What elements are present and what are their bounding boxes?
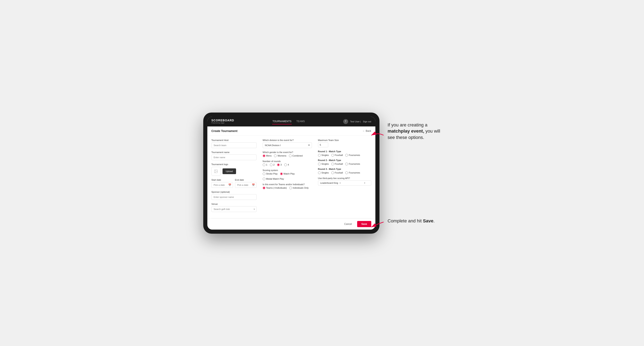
sponsor-label: Sponsor (optional) bbox=[212, 191, 256, 193]
form-body: Tournament Host Tournament name Tourname… bbox=[207, 136, 376, 218]
round-4[interactable]: 4 bbox=[284, 164, 289, 166]
round3-foursomes[interactable]: Foursomes bbox=[345, 172, 360, 174]
round2-foursomes[interactable]: Foursomes bbox=[345, 163, 360, 165]
api-label: Use third-party live scoring API? bbox=[318, 177, 371, 179]
max-team-size-group: Maximum Team Size bbox=[318, 139, 371, 147]
team-individual-radio-group: Teams (+Individuals) Individuals Only bbox=[263, 187, 312, 189]
tab-teams[interactable]: TEAMS bbox=[296, 119, 305, 124]
round2-label: Round 2 - Match Type bbox=[318, 159, 371, 162]
logo-upload-area: Upload bbox=[212, 167, 256, 176]
logo-placeholder bbox=[212, 167, 220, 176]
nav-bar: SCOREBOARD Powered by clippt TOURNAMENTS… bbox=[207, 117, 376, 127]
bottom-annotation: Complete and hit Save. bbox=[388, 218, 441, 224]
calendar-icon-end: 📅 bbox=[252, 183, 255, 186]
top-annotation-text: If you are creating a matchplay event, y… bbox=[388, 122, 441, 141]
tournament-host-input[interactable] bbox=[212, 142, 256, 148]
max-team-size-input[interactable] bbox=[318, 142, 328, 147]
scoring-stroke-play[interactable]: Stroke Play bbox=[263, 173, 278, 175]
gender-combined[interactable]: Combined bbox=[289, 155, 303, 157]
form-middle-column: Which division is the event for? NCAA Di… bbox=[263, 139, 312, 215]
calendar-icon: 📅 bbox=[228, 183, 231, 186]
team-individual-group: Is this event for Teams and/or Individua… bbox=[263, 183, 312, 189]
arrow-to-save bbox=[369, 220, 386, 230]
round2-singles[interactable]: Singles bbox=[318, 163, 329, 165]
round2-fourball[interactable]: Fourball bbox=[331, 163, 343, 165]
individuals-only[interactable]: Individuals Only bbox=[289, 187, 309, 189]
end-date-wrap: 📅 bbox=[235, 182, 256, 188]
top-annotation: If you are creating a matchplay event, y… bbox=[388, 122, 441, 141]
round3-options: Singles Fourball Foursomes bbox=[318, 172, 371, 174]
round1-match-type: Round 1 - Match Type Singles Fourball Fo… bbox=[318, 150, 371, 157]
round2-options: Singles Fourball Foursomes bbox=[318, 163, 371, 165]
scoring-group: Scoring system Stroke Play Match Play Me… bbox=[263, 169, 312, 180]
venue-input[interactable] bbox=[212, 206, 256, 212]
division-label: Which division is the event for? bbox=[263, 139, 312, 141]
logo-main: SCOREBOARD bbox=[212, 119, 234, 122]
tournament-name-label: Tournament name bbox=[212, 151, 256, 154]
round-3[interactable]: 3 bbox=[277, 164, 282, 166]
round3-fourball[interactable]: Fourball bbox=[331, 172, 343, 174]
round-2[interactable]: 2 bbox=[270, 164, 274, 166]
page-title: Create Tournament bbox=[212, 129, 238, 133]
dropdown-arrow-icon: ▾ bbox=[254, 208, 255, 210]
rounds-group: Number of rounds 1 2 3 bbox=[263, 160, 312, 166]
api-tag: Leaderboard King ✕ bbox=[320, 182, 341, 184]
form-right-column: Maximum Team Size Round 1 - Match Type S… bbox=[318, 139, 371, 215]
venue-label: Venue bbox=[212, 203, 256, 205]
end-date-label: End date bbox=[235, 179, 256, 181]
venue-group: Venue ▾ bbox=[212, 203, 256, 212]
nav-user: T Test User | Sign out bbox=[343, 119, 371, 124]
scoring-label: Scoring system bbox=[263, 169, 312, 172]
upload-button[interactable]: Upload bbox=[222, 169, 236, 174]
api-dropdown-icon: ▾ bbox=[364, 182, 365, 184]
round2-match-type: Round 2 - Match Type Singles Fourball Fo… bbox=[318, 159, 371, 165]
user-label: Test User | bbox=[350, 120, 361, 123]
api-section: Use third-party live scoring API? Leader… bbox=[318, 177, 371, 185]
gender-womens[interactable]: Womens bbox=[274, 155, 286, 157]
round1-fourball[interactable]: Fourball bbox=[331, 154, 343, 157]
scoring-medal-match-play[interactable]: Medal Match Play bbox=[263, 177, 284, 180]
signout-link[interactable]: Sign out bbox=[363, 120, 371, 123]
cancel-button[interactable]: Cancel bbox=[341, 221, 355, 227]
svg-point-1 bbox=[215, 170, 216, 171]
form-footer: Cancel Save bbox=[207, 218, 376, 230]
arrow-to-match-type bbox=[369, 130, 386, 140]
api-select-wrap[interactable]: Leaderboard King ✕ ▾ bbox=[318, 180, 371, 185]
round3-singles[interactable]: Singles bbox=[318, 172, 329, 174]
sponsor-group: Sponsor (optional) bbox=[212, 191, 256, 200]
nav-logo: SCOREBOARD Powered by clippt bbox=[212, 119, 234, 124]
tournament-host-group: Tournament Host bbox=[212, 139, 256, 148]
form-left-column: Tournament Host Tournament name Tourname… bbox=[212, 139, 256, 215]
sponsor-input[interactable] bbox=[212, 194, 256, 200]
form-header: Create Tournament ← Back bbox=[207, 127, 376, 136]
round1-singles[interactable]: Singles bbox=[318, 154, 329, 157]
page-wrapper: SCOREBOARD Powered by clippt TOURNAMENTS… bbox=[179, 113, 466, 234]
tablet-screen: SCOREBOARD Powered by clippt TOURNAMENTS… bbox=[207, 117, 376, 230]
tab-tournaments[interactable]: TOURNAMENTS bbox=[272, 119, 292, 124]
avatar: T bbox=[343, 119, 348, 124]
team-and-individuals[interactable]: Teams (+Individuals) bbox=[263, 187, 287, 189]
rounds-label: Number of rounds bbox=[263, 160, 312, 163]
gender-group: Which gender is the event for? Mens Wome… bbox=[263, 151, 312, 157]
bottom-annotation-text: Complete and hit Save. bbox=[388, 218, 441, 224]
round1-foursomes[interactable]: Foursomes bbox=[345, 154, 360, 157]
end-date-group: End date 📅 bbox=[235, 179, 256, 188]
max-team-size-label: Maximum Team Size bbox=[318, 139, 371, 141]
gender-mens[interactable]: Mens bbox=[263, 155, 272, 157]
nav-tabs: TOURNAMENTS TEAMS bbox=[272, 119, 305, 124]
api-remove-icon[interactable]: ✕ bbox=[339, 182, 341, 184]
team-individual-label: Is this event for Teams and/or Individua… bbox=[263, 183, 312, 185]
gender-label: Which gender is the event for? bbox=[263, 151, 312, 154]
division-group: Which division is the event for? NCAA Di… bbox=[263, 139, 312, 148]
start-date-group: Start date 📅 bbox=[212, 179, 233, 188]
rounds-radio-group: 1 2 3 4 bbox=[263, 164, 312, 166]
scoring-match-play[interactable]: Match Play bbox=[280, 173, 295, 175]
date-row: Start date 📅 End date 📅 bbox=[212, 179, 256, 188]
tournament-name-group: Tournament name bbox=[212, 151, 256, 160]
tournament-name-input[interactable] bbox=[212, 155, 256, 160]
tournament-logo-label: Tournament logo bbox=[212, 163, 256, 166]
logo-sub: Powered by clippt bbox=[212, 122, 234, 124]
round-1[interactable]: 1 bbox=[263, 164, 268, 166]
division-select[interactable]: NCAA Division I NCAA Division II NCAA Di… bbox=[263, 142, 312, 148]
api-value: Leaderboard King bbox=[320, 182, 338, 184]
